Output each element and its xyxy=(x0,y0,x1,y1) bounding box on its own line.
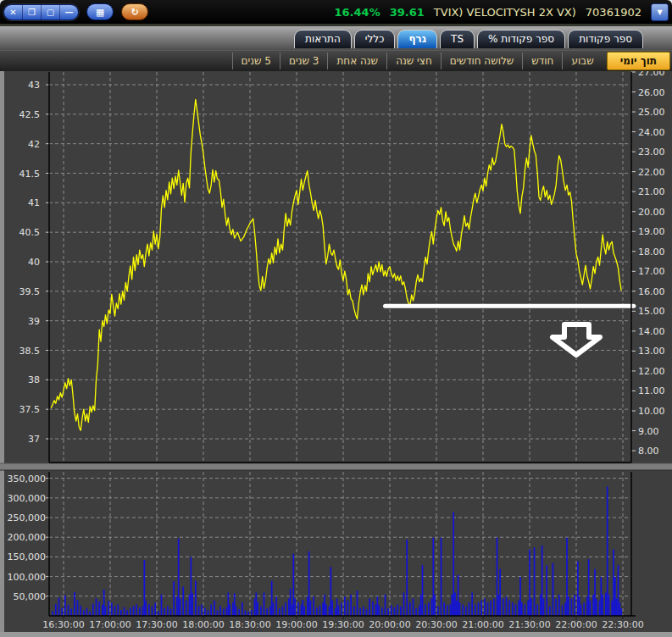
refresh-icon: ↻ xyxy=(131,7,138,18)
period-one-year[interactable]: שנה אחת xyxy=(327,53,386,69)
svg-text:43: 43 xyxy=(28,80,40,91)
svg-text:42: 42 xyxy=(28,139,40,150)
maximize-button[interactable]: ▢ xyxy=(42,5,60,19)
period-month[interactable]: חודש xyxy=(522,53,562,69)
svg-text:40: 40 xyxy=(28,257,40,268)
svg-text:50,000: 50,000 xyxy=(14,591,47,602)
svg-text:22.00: 22.00 xyxy=(638,167,665,178)
change-percent: 16.44% xyxy=(335,6,380,19)
svg-text:22:30:00: 22:30:00 xyxy=(602,619,643,630)
svg-text:300,000: 300,000 xyxy=(8,493,47,504)
maximize-icon: ▢ xyxy=(47,8,54,17)
svg-text:15.00: 15.00 xyxy=(638,306,665,317)
svg-text:100,000: 100,000 xyxy=(8,572,47,583)
svg-text:23.00: 23.00 xyxy=(638,147,665,158)
svg-text:250,000: 250,000 xyxy=(8,512,47,523)
svg-text:17:30:00: 17:30:00 xyxy=(136,619,177,630)
tab-general[interactable]: כללי xyxy=(354,30,396,48)
svg-text:13.00: 13.00 xyxy=(638,346,665,357)
security-id: 70361902 xyxy=(586,6,641,19)
layout-button[interactable]: ▦ xyxy=(86,3,114,20)
svg-text:9.00: 9.00 xyxy=(638,426,659,437)
tab-alerts[interactable]: התראות xyxy=(294,30,352,48)
svg-text:37.5: 37.5 xyxy=(19,404,41,415)
bottom-frame xyxy=(0,632,672,637)
svg-text:12.00: 12.00 xyxy=(638,366,665,377)
svg-text:26.00: 26.00 xyxy=(638,87,665,98)
svg-text:19.00: 19.00 xyxy=(638,226,665,237)
security-dropdown-button[interactable]: ▼ xyxy=(651,3,669,21)
tab-strip: התראות כללי גרף TS ספר פקודות % ספר פקוד… xyxy=(0,24,672,50)
refresh-button[interactable]: ↻ xyxy=(121,3,147,20)
svg-text:18:00:00: 18:00:00 xyxy=(182,619,224,630)
svg-text:22:00:00: 22:00:00 xyxy=(555,619,597,630)
quote-summary: 16.44% 39.61 TVIX) VELOCITYSH 2X VX) 703… xyxy=(335,3,669,21)
left-frame xyxy=(0,71,4,632)
svg-text:21.00: 21.00 xyxy=(638,186,665,197)
svg-text:38.5: 38.5 xyxy=(19,346,41,357)
svg-text:18:30:00: 18:30:00 xyxy=(229,619,270,630)
minimize-button[interactable]: — xyxy=(60,5,78,19)
svg-text:39: 39 xyxy=(28,316,40,327)
period-bar: 5 שנים 3 שנים שנה אחת חצי שנה שלושה חודש… xyxy=(0,50,672,71)
security-name: TVIX) VELOCITYSH 2X VX) xyxy=(434,6,576,19)
svg-text:350,000: 350,000 xyxy=(8,474,47,485)
svg-text:24.00: 24.00 xyxy=(638,127,665,138)
svg-text:8.00: 8.00 xyxy=(638,446,659,457)
svg-text:37: 37 xyxy=(28,434,40,445)
window-controls: ✕ ❐ ▢ — xyxy=(3,4,79,20)
tab-orderbook-pct[interactable]: ספר פקודות % xyxy=(477,30,565,48)
period-5-years[interactable]: 5 שנים xyxy=(232,53,280,69)
chart-divider[interactable] xyxy=(0,463,672,470)
close-button[interactable]: ✕ xyxy=(4,5,23,19)
restore-icon: ❐ xyxy=(28,8,36,17)
svg-text:17.00: 17.00 xyxy=(638,266,665,277)
svg-text:25.00: 25.00 xyxy=(638,107,665,118)
chevron-down-icon: ▼ xyxy=(657,8,662,16)
svg-text:19:30:00: 19:30:00 xyxy=(322,619,364,630)
tab-orderbook[interactable]: ספר פקודות xyxy=(568,30,643,48)
period-3-years[interactable]: 3 שנים xyxy=(280,53,327,69)
svg-text:11.00: 11.00 xyxy=(638,385,665,396)
svg-text:16:30:00: 16:30:00 xyxy=(42,619,84,630)
svg-text:39.5: 39.5 xyxy=(19,286,41,297)
period-intraday[interactable]: תוך יומי xyxy=(607,52,670,70)
svg-text:150,000: 150,000 xyxy=(8,551,47,562)
svg-text:21:30:00: 21:30:00 xyxy=(508,619,550,630)
svg-text:21:00:00: 21:00:00 xyxy=(462,619,503,630)
period-three-months[interactable]: שלושה חודשים xyxy=(441,53,523,69)
titlebar: ✕ ❐ ▢ — ▦ ↻ 16.44% 39.61 TVIX) VELOCITYS… xyxy=(0,0,672,24)
svg-text:41: 41 xyxy=(28,197,40,208)
svg-text:38: 38 xyxy=(28,374,40,385)
svg-text:40.5: 40.5 xyxy=(19,227,41,238)
svg-text:14.00: 14.00 xyxy=(638,326,665,337)
svg-text:19:00:00: 19:00:00 xyxy=(275,619,317,630)
period-week[interactable]: שבוע xyxy=(562,53,602,69)
minimize-icon: — xyxy=(65,8,74,17)
svg-text:16.00: 16.00 xyxy=(638,286,665,297)
svg-text:41.5: 41.5 xyxy=(19,169,41,180)
svg-text:20:00:00: 20:00:00 xyxy=(369,619,410,630)
last-price: 39.61 xyxy=(390,6,425,19)
tab-graph[interactable]: גרף xyxy=(397,30,437,48)
trading-app-window: 4342.54241.54140.54039.53938.53837.53727… xyxy=(0,0,672,637)
layout-icon: ▦ xyxy=(96,7,104,18)
period-half-year[interactable]: חצי שנה xyxy=(386,53,441,69)
charts-canvas[interactable]: 4342.54241.54140.54039.53938.53837.53727… xyxy=(0,0,672,637)
svg-text:20.00: 20.00 xyxy=(638,207,665,218)
restore-button[interactable]: ❐ xyxy=(23,5,42,19)
svg-text:17:00:00: 17:00:00 xyxy=(89,619,131,630)
svg-text:10.00: 10.00 xyxy=(638,406,665,417)
svg-text:18.00: 18.00 xyxy=(638,246,665,258)
close-icon: ✕ xyxy=(9,8,16,17)
svg-text:20:30:00: 20:30:00 xyxy=(415,619,457,630)
svg-text:200,000: 200,000 xyxy=(8,532,47,543)
svg-text:42.5: 42.5 xyxy=(19,109,41,120)
tab-ts[interactable]: TS xyxy=(440,30,475,48)
